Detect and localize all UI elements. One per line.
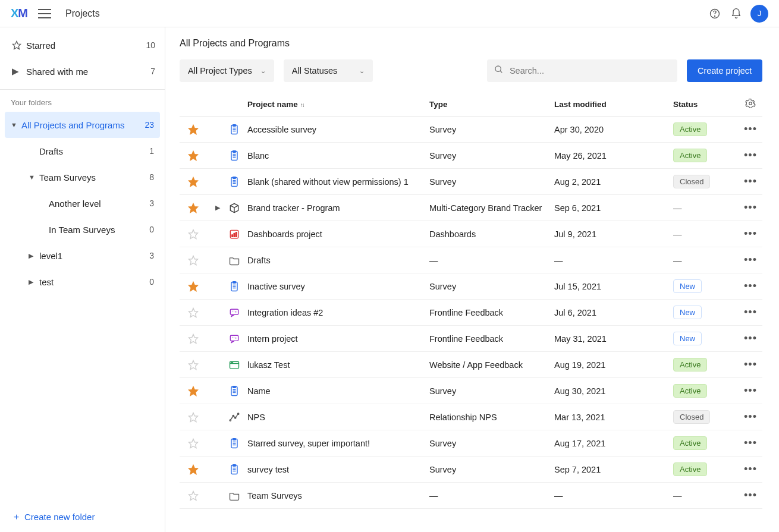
project-type-icon — [228, 281, 247, 292]
row-menu-button[interactable]: ••• — [739, 385, 762, 397]
row-menu-button[interactable]: ••• — [739, 437, 762, 449]
table-row[interactable]: NameSurveyAug 30, 2021Active••• — [180, 378, 762, 404]
project-type: Survey — [429, 386, 554, 396]
folder-label: All Projects and Programs — [21, 120, 145, 130]
row-menu-button[interactable]: ••• — [739, 358, 762, 371]
col-header-type[interactable]: Type — [429, 100, 554, 109]
row-menu-button[interactable]: ••• — [739, 489, 762, 502]
project-modified: — — [554, 256, 673, 265]
col-header-name[interactable]: Project name↑↓ — [247, 100, 429, 109]
star-toggle[interactable] — [180, 281, 207, 292]
help-icon[interactable] — [704, 3, 725, 24]
folder-row[interactable]: Drafts1 — [5, 138, 160, 164]
svg-marker-6 — [189, 125, 198, 134]
main: All Projects and Programs All Project Ty… — [165, 27, 779, 532]
table-row[interactable]: Blank (shared without view permissions) … — [180, 169, 762, 195]
avatar[interactable]: J — [750, 5, 768, 23]
chevron-down-icon: ⌄ — [359, 67, 365, 75]
status-badge: New — [673, 332, 702, 345]
sidebar-shared[interactable]: ▶ Shared with me 7 — [0, 58, 165, 84]
svg-rect-29 — [232, 234, 233, 236]
star-toggle[interactable] — [180, 124, 207, 135]
star-toggle[interactable] — [180, 255, 207, 266]
search-input[interactable] — [510, 66, 670, 75]
sidebar-starred[interactable]: Starred 10 — [0, 32, 165, 58]
project-name: Intern project — [247, 334, 429, 344]
create-project-button[interactable]: Create project — [687, 59, 762, 82]
row-menu-button[interactable]: ••• — [739, 332, 762, 345]
status-badge: Closed — [673, 175, 710, 188]
row-menu-button[interactable]: ••• — [739, 202, 762, 214]
app-title: Projects — [65, 8, 100, 19]
project-name: Team Surveys — [247, 491, 429, 500]
star-toggle[interactable] — [180, 333, 207, 344]
table-row[interactable]: BlancSurveyMay 26, 2021Active••• — [180, 143, 762, 169]
table-settings-button[interactable] — [739, 98, 762, 111]
row-menu-button[interactable]: ••• — [739, 149, 762, 162]
project-type-icon — [228, 150, 247, 162]
xm-logo: XM — [11, 7, 27, 20]
row-menu-button[interactable]: ••• — [739, 228, 762, 240]
svg-marker-2 — [12, 41, 20, 49]
folder-row[interactable]: ▶test0 — [5, 269, 160, 295]
table-row[interactable]: Starred survey, super important!SurveyAu… — [180, 430, 762, 457]
star-toggle[interactable] — [180, 386, 207, 396]
star-toggle[interactable] — [180, 412, 207, 423]
row-menu-button[interactable]: ••• — [739, 411, 762, 423]
folder-label: In Team Surveys — [49, 225, 149, 235]
folder-row[interactable]: ▶level13 — [5, 243, 160, 269]
svg-marker-43 — [189, 360, 198, 369]
star-toggle[interactable] — [180, 464, 207, 475]
sidebar-shared-count: 7 — [150, 67, 155, 76]
page-heading: All Projects and Programs — [180, 37, 762, 59]
star-toggle[interactable] — [180, 490, 207, 501]
hamburger-menu[interactable] — [38, 9, 51, 18]
project-type: Survey — [429, 125, 554, 134]
folder-row[interactable]: ▼All Projects and Programs23 — [5, 112, 160, 138]
col-header-modified[interactable]: Last modified — [554, 100, 673, 109]
chevron-right-icon: ▶ — [12, 66, 26, 77]
table-row[interactable]: survey testSurveySep 7, 2021Active••• — [180, 457, 762, 483]
create-folder-button[interactable]: ＋ Create new folder — [12, 511, 153, 522]
folder-row[interactable]: Another level3 — [5, 190, 160, 216]
sidebar: Starred 10 ▶ Shared with me 7 Your folde… — [0, 27, 165, 532]
project-type-icon — [228, 307, 247, 319]
folder-row[interactable]: In Team Surveys0 — [5, 216, 160, 243]
project-modified: Jul 9, 2021 — [554, 229, 673, 239]
star-toggle[interactable] — [180, 177, 207, 187]
table-row[interactable]: Accessible surveySurveyApr 30, 2020Activ… — [180, 117, 762, 143]
filter-status-dropdown[interactable]: All Statuses ⌄ — [284, 59, 373, 82]
bell-icon[interactable] — [725, 3, 747, 24]
table-row[interactable]: Intern projectFrontline FeedbackMay 31, … — [180, 326, 762, 352]
svg-rect-20 — [233, 177, 236, 178]
table-row[interactable]: Inactive surveySurveyJul 15, 2021New••• — [180, 273, 762, 300]
row-menu-button[interactable]: ••• — [739, 463, 762, 476]
table-row[interactable]: ▶Brand tracker - ProgramMulti-Category B… — [180, 195, 762, 221]
search-box[interactable] — [487, 59, 677, 82]
project-name: Integration ideas #2 — [247, 308, 429, 317]
table-row[interactable]: Integration ideas #2Frontline FeedbackJu… — [180, 300, 762, 326]
star-toggle[interactable] — [180, 360, 207, 370]
star-toggle[interactable] — [180, 229, 207, 240]
row-menu-button[interactable]: ••• — [739, 306, 762, 319]
row-menu-button[interactable]: ••• — [739, 254, 762, 266]
controls: All Project Types ⌄ All Statuses ⌄ Creat… — [180, 59, 762, 82]
filter-type-dropdown[interactable]: All Project Types ⌄ — [180, 59, 274, 82]
row-menu-button[interactable]: ••• — [739, 280, 762, 292]
sidebar-section-label: Your folders — [0, 90, 165, 112]
star-toggle[interactable] — [180, 438, 207, 449]
table-row[interactable]: NPSRelationship NPSMar 13, 2021Closed••• — [180, 404, 762, 430]
table-row[interactable]: Drafts———••• — [180, 247, 762, 273]
folder-row[interactable]: ▼Team Surveys8 — [5, 164, 160, 190]
row-expand[interactable]: ▶ — [207, 204, 228, 212]
table-row[interactable]: lukasz TestWebsite / App FeedbackAug 19,… — [180, 352, 762, 378]
table-row[interactable]: Team Surveys———••• — [180, 483, 762, 509]
row-menu-button[interactable]: ••• — [739, 175, 762, 188]
star-toggle[interactable] — [180, 150, 207, 161]
project-type: Survey — [429, 439, 554, 448]
star-toggle[interactable] — [180, 307, 207, 318]
col-header-status[interactable]: Status — [673, 100, 739, 109]
star-toggle[interactable] — [180, 203, 207, 213]
row-menu-button[interactable]: ••• — [739, 123, 762, 136]
table-row[interactable]: Dashboards projectDashboardsJul 9, 2021—… — [180, 221, 762, 247]
